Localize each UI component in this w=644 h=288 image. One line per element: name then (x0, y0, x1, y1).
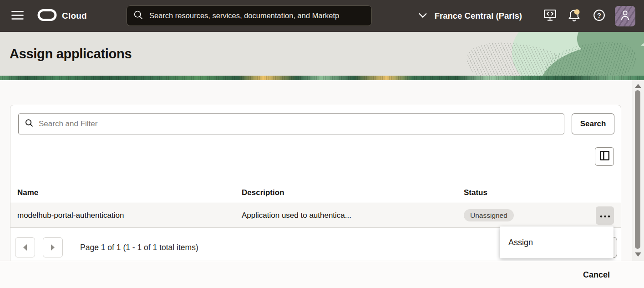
page-header: Assign applications (0, 32, 644, 76)
svg-text:?: ? (597, 11, 601, 19)
search-button[interactable]: Search (572, 113, 614, 134)
manage-columns-button[interactable] (595, 147, 614, 166)
help-icon: ? (593, 9, 605, 23)
brand-label: Cloud (62, 11, 87, 21)
header-art-strip (0, 76, 644, 80)
column-header-name: Name (17, 182, 38, 203)
table-header-row: Name Description Status (10, 182, 621, 202)
next-page-icon (51, 244, 55, 251)
header-decorative-art (489, 32, 644, 76)
scrollbar-thumb[interactable] (635, 90, 640, 249)
cloud-shell-icon (543, 9, 557, 23)
ellipsis-icon (600, 212, 610, 219)
cell-name: modelhub-portal-authentication (17, 203, 124, 228)
next-page-button[interactable] (43, 237, 63, 257)
region-label: France Central (Paris) (435, 11, 522, 21)
row-actions-dropdown: Assign (500, 226, 614, 258)
column-header-status: Status (464, 182, 487, 203)
top-navbar: Cloud France Central (Paris) (0, 0, 644, 32)
scroll-down-icon (635, 252, 641, 257)
hamburger-icon (11, 10, 24, 22)
columns-icon (599, 150, 610, 163)
hamburger-menu-button[interactable] (8, 9, 26, 23)
search-icon (25, 118, 34, 129)
region-selector[interactable]: France Central (Paris) (418, 11, 522, 21)
table-row: modelhub-portal-authentication Applicati… (10, 203, 621, 228)
previous-page-icon (23, 244, 27, 251)
notification-dot (574, 9, 580, 15)
previous-page-button[interactable] (15, 237, 35, 257)
help-button[interactable]: ? (588, 5, 609, 26)
bell-icon (568, 9, 581, 24)
filter-search-input[interactable] (39, 119, 558, 129)
vertical-scrollbar[interactable] (632, 80, 644, 261)
cancel-button[interactable]: Cancel (583, 261, 610, 288)
chevron-down-icon (418, 12, 427, 20)
user-profile-button[interactable] (615, 6, 635, 26)
cell-description: Application used to authentica... (242, 203, 351, 228)
scroll-up-button[interactable] (634, 82, 643, 89)
user-avatar-icon (620, 10, 630, 23)
search-icon (133, 10, 143, 22)
filter-search-box[interactable] (18, 113, 564, 134)
scroll-down-button[interactable] (634, 251, 643, 258)
brand-home-link[interactable]: Cloud (37, 0, 87, 32)
footer-bar: Cancel (0, 261, 644, 288)
navbar-right-cluster: France Central (Paris) ? (418, 0, 635, 32)
column-header-description: Description (242, 182, 284, 203)
cloud-shell-button[interactable] (539, 5, 560, 26)
scroll-up-icon (635, 84, 641, 88)
global-search-box[interactable] (127, 5, 372, 26)
pagination-summary: Page 1 of 1 (1 - 1 of 1 total items) (80, 237, 198, 257)
row-actions-menu-button[interactable] (596, 206, 614, 225)
page-title: Assign applications (10, 46, 132, 62)
oracle-logo-icon (37, 9, 57, 23)
menu-item-assign[interactable]: Assign (500, 226, 614, 258)
global-search-input[interactable] (149, 11, 365, 20)
announcements-button[interactable] (564, 5, 585, 26)
status-badge: Unassigned (464, 209, 514, 221)
